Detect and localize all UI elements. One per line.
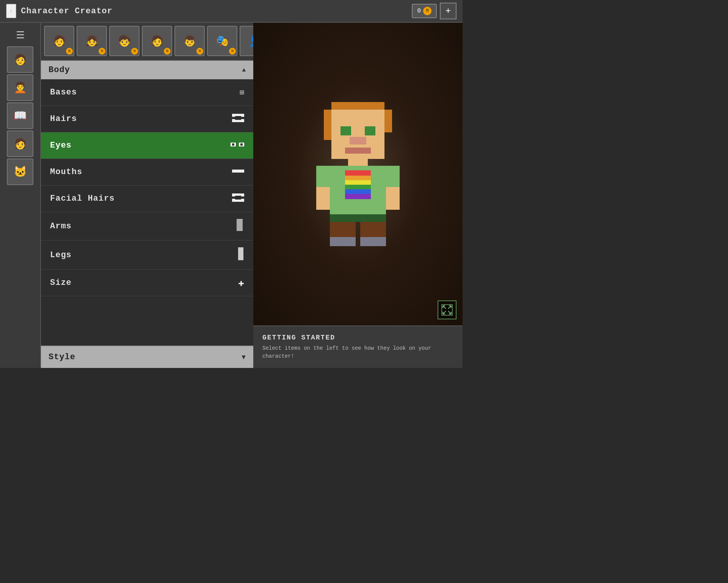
back-button[interactable]: ‹: [6, 4, 16, 18]
bases-label: Bases: [50, 88, 77, 97]
coin-badge-3: M: [131, 48, 138, 55]
minecraft-character: [316, 102, 400, 246]
svg-rect-5: [232, 143, 234, 146]
right-panel: GETTING STARTED Select items on the left…: [253, 23, 463, 368]
svg-rect-26: [345, 180, 371, 185]
preset-5[interactable]: 👦 M: [174, 26, 205, 56]
svg-rect-12: [238, 247, 243, 260]
presets-strip: 🧑 M 👧 M 🧒 M 🧑 M 👦 M 🎭 M: [41, 23, 253, 61]
svg-rect-38: [360, 237, 386, 246]
menu-item-bases[interactable]: Bases ⊞: [41, 79, 253, 106]
preset-2[interactable]: 👧 M: [77, 26, 107, 56]
size-label: Size: [50, 278, 72, 288]
legs-icon: [237, 247, 244, 262]
svg-rect-32: [316, 166, 330, 187]
title-bar: ‹ Character Creator 0 M +: [0, 0, 463, 23]
menu-item-mouths[interactable]: Mouths: [41, 159, 253, 185]
svg-rect-29: [345, 194, 371, 199]
eyes-icon: [231, 141, 244, 150]
arms-label: Arms: [50, 222, 72, 231]
facial-hairs-label: Facial Hairs: [50, 194, 115, 203]
sidebar: ☰ 🧑 🧑‍🦱 📖 🧑 🐱: [0, 23, 41, 368]
menu-item-eyes[interactable]: Eyes: [41, 132, 253, 159]
svg-rect-34: [386, 166, 400, 187]
svg-rect-6: [240, 143, 243, 146]
menu-item-arms[interactable]: Arms: [41, 212, 253, 240]
info-description: Select items on the left to see how they…: [262, 344, 453, 360]
preset-4[interactable]: 🧑 M: [142, 26, 172, 56]
style-dropdown-label: Style: [49, 352, 75, 362]
svg-rect-11: [237, 219, 243, 231]
sidebar-item-5[interactable]: 🐱: [7, 159, 33, 185]
sidebar-item-2[interactable]: 🧑‍🦱: [7, 74, 33, 101]
eyes-label: Eyes: [50, 141, 72, 150]
bases-icon: ⊞: [240, 88, 244, 97]
info-title: GETTING STARTED: [262, 334, 453, 341]
svg-rect-10: [235, 196, 241, 200]
menu-item-facial-hairs[interactable]: Facial Hairs: [41, 185, 253, 212]
svg-rect-19: [365, 126, 375, 135]
coin-badge-1: M: [66, 48, 73, 55]
svg-rect-25: [345, 176, 371, 180]
main-area: ☰ 🧑 🧑‍🦱 📖 🧑 🐱 🧑 M 👧 M 🧒 M 🧑 M: [0, 23, 463, 368]
currency-area: 0 M +: [412, 3, 457, 19]
mouths-icon: [232, 168, 244, 176]
app-title: Character Creator: [21, 6, 407, 16]
preset-6[interactable]: 🎭 M: [207, 26, 237, 56]
size-icon: ✚: [238, 277, 244, 289]
hairs-label: Hairs: [50, 114, 77, 124]
svg-rect-18: [340, 126, 351, 135]
svg-rect-30: [330, 214, 386, 222]
svg-rect-15: [324, 110, 331, 140]
coin-badge-2: M: [99, 48, 105, 55]
svg-rect-20: [350, 137, 366, 145]
category-header[interactable]: Body ▲: [41, 61, 253, 79]
style-dropdown[interactable]: Style ▼: [41, 346, 253, 368]
facial-hairs-icon: [232, 193, 244, 204]
svg-rect-21: [345, 148, 371, 154]
arms-icon: [235, 219, 244, 233]
character-view: [253, 23, 463, 325]
sidebar-item-3[interactable]: 📖: [7, 102, 33, 129]
svg-rect-27: [345, 185, 371, 189]
currency-box: 0 M: [412, 4, 437, 18]
mouths-label: Mouths: [50, 167, 82, 177]
svg-rect-13: [331, 102, 384, 110]
menu-list: Bases ⊞ Hairs Eyes: [41, 79, 253, 346]
menu-item-legs[interactable]: Legs: [41, 240, 253, 270]
svg-rect-22: [348, 158, 368, 166]
coin-badge-4: M: [164, 48, 171, 55]
coin-badge-6: M: [229, 48, 236, 55]
menu-item-size[interactable]: Size ✚: [41, 270, 253, 296]
menu-item-hairs[interactable]: Hairs: [41, 106, 253, 132]
category-header-label: Body: [49, 65, 70, 75]
svg-rect-24: [345, 170, 371, 176]
coin-icon: M: [423, 7, 431, 15]
hairs-icon: [232, 114, 244, 124]
svg-rect-2: [235, 116, 241, 120]
svg-rect-37: [330, 237, 356, 246]
menu-button[interactable]: ☰: [7, 26, 33, 45]
expand-button[interactable]: [438, 300, 457, 319]
svg-rect-7: [232, 170, 244, 173]
preset-3[interactable]: 🧒 M: [109, 26, 140, 56]
category-header-arrow: ▲: [242, 67, 246, 74]
center-panel: 🧑 M 👧 M 🧒 M 🧑 M 👦 M 🎭 M: [41, 23, 253, 368]
add-currency-button[interactable]: +: [440, 3, 457, 19]
svg-rect-28: [345, 189, 371, 194]
currency-amount: 0: [417, 8, 421, 14]
sidebar-item-4[interactable]: 🧑: [7, 130, 33, 157]
info-panel: GETTING STARTED Select items on the left…: [253, 325, 463, 368]
coin-badge-5: M: [196, 48, 203, 55]
svg-rect-16: [384, 110, 392, 132]
preset-1[interactable]: 🧑 M: [44, 26, 74, 56]
sidebar-item-1[interactable]: 🧑: [7, 46, 33, 73]
legs-label: Legs: [50, 250, 72, 260]
preset-7[interactable]: 👤 M: [240, 26, 253, 56]
style-dropdown-arrow: ▼: [242, 354, 246, 361]
